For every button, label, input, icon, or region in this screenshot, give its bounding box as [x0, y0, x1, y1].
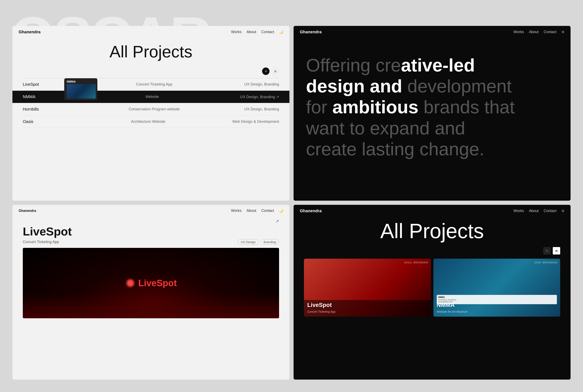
nmma-browser-title: NMMA: [438, 296, 555, 298]
panel3-project-image: LiveSpot: [23, 248, 279, 318]
card-nmma-subtitle: Website for Art Museum: [437, 310, 468, 313]
project-item-nmma[interactable]: NMMA Website UX Design, Branding ↗ NMMA: [13, 91, 289, 103]
list-view-toggle[interactable]: ≡: [262, 68, 270, 75]
panel4-nav-works[interactable]: Works: [513, 209, 524, 213]
card-livespot-subtitle: Concert Ticketing App: [307, 310, 335, 313]
projects-card-grid: UI/UX, BRANDING LiveSpot Concert Ticketi…: [304, 259, 560, 316]
panel3-nav: Ghanendra Works About Contact 🌙: [13, 205, 289, 216]
panel2-nav-about[interactable]: About: [529, 30, 539, 34]
project-item-oasis[interactable]: Oasis Architecture Website Web Design & …: [23, 116, 279, 128]
tooltip-image: [67, 84, 96, 98]
panel1-logo: Ghanendra: [19, 30, 41, 34]
panel2-nav-links: Works About Contact ⚙: [513, 30, 564, 34]
tooltip-title: NMMA: [67, 80, 95, 83]
project-item-livespot[interactable]: LiveSpot Concert Ticketing App UX Design…: [23, 78, 279, 91]
project-name: NMMA: [23, 94, 64, 99]
panel2-logo: Ghanendra: [300, 30, 322, 34]
panel4-nav: Ghanendra Works About Contact ⚙: [294, 205, 570, 217]
project-name: Hornbills: [23, 107, 64, 112]
panel3-theme-icon[interactable]: 🌙: [279, 209, 283, 213]
panel1-content: All Projects ≡ ⊞ LiveSpot Concert Ticket…: [13, 38, 289, 128]
panel1-theme-icon[interactable]: 🌙: [279, 30, 283, 34]
panel3-project-subtitle: Concert Ticketing App: [23, 240, 59, 244]
panel1-title: All Projects: [23, 42, 279, 61]
panel4-theme-icon[interactable]: ⚙: [561, 209, 564, 213]
panel3-nav-links: Works About Contact 🌙: [231, 208, 283, 213]
panel1-nav-contact[interactable]: Contact: [261, 30, 274, 34]
card-livespot-title: LiveSpot: [307, 302, 332, 308]
project-list: LiveSpot Concert Ticketing App UX Design…: [23, 78, 279, 128]
external-link-icon[interactable]: ↗: [23, 219, 279, 224]
panel4-logo: Ghanendra: [300, 208, 322, 213]
dark-grid-view-toggle[interactable]: ⊞: [553, 247, 560, 254]
livespot-logo-text: LiveSpot: [138, 278, 177, 288]
panel3-logo: Ghanendra: [19, 209, 36, 213]
panel1-nav-works[interactable]: Works: [231, 30, 242, 34]
panel1-nav-about[interactable]: About: [247, 30, 256, 34]
panel3-nav-contact[interactable]: Contact: [261, 208, 274, 213]
panel2-nav-contact[interactable]: Contact: [544, 30, 556, 34]
panel4-nav-links: Works About Contact ⚙: [513, 209, 564, 213]
panel4-content: All Projects ≡ ⊞ UI/UX, BRANDING LiveSpo…: [294, 217, 570, 319]
panel-hero-dark: Ghanendra Works About Contact ⚙ Offering…: [294, 26, 570, 201]
panel3-nav-about[interactable]: About: [247, 208, 256, 213]
panel2-theme-icon[interactable]: ⚙: [561, 30, 564, 34]
panel-livespot-detail-light: Ghanendra Works About Contact 🌙 ↗ LiveSp…: [13, 205, 289, 380]
project-name: Oasis: [23, 119, 64, 124]
panel2-nav: Ghanendra Works About Contact ⚙: [294, 26, 570, 38]
project-tags: UX Design, Branding ↗: [240, 95, 279, 99]
project-name: LiveSpot: [23, 82, 64, 87]
livespot-brand-logo: LiveSpot: [125, 278, 177, 288]
panel3-nav-works[interactable]: Works: [231, 208, 242, 213]
livespot-icon: [125, 278, 136, 288]
panel3-project-title: LiveSpot: [23, 225, 279, 238]
panel4-nav-contact[interactable]: Contact: [544, 209, 556, 213]
panel3-subtitle-row: Concert Ticketing App UX Design Branding: [23, 239, 279, 245]
project-tags: Web Design & Development: [232, 120, 279, 124]
panel-projects-list-light: Ghanendra Works About Contact 🌙 All Proj…: [13, 26, 289, 201]
panel3-content: ↗ LiveSpot Concert Ticketing App UX Desi…: [13, 216, 289, 320]
crowd-overlay: [23, 294, 279, 318]
grid-view-toggle[interactable]: ⊞: [272, 68, 279, 75]
card-livespot-tag: UI/UX, BRANDING: [404, 261, 428, 264]
panel1-view-toggles: ≡ ⊞: [23, 68, 279, 75]
project-tags: UX Design, Branding: [244, 82, 279, 86]
nmma-browser-subtitle: NATIONAL MUSEUMof MODERN ART: [438, 299, 555, 303]
tag-branding: Branding: [260, 239, 279, 245]
tooltip-card: NMMA: [64, 78, 97, 100]
panel3-tag-pills: UX Design Branding: [238, 239, 279, 245]
card-livespot[interactable]: UI/UX, BRANDING LiveSpot Concert Ticketi…: [304, 259, 431, 316]
panel1-nav: Ghanendra Works About Contact 🌙: [13, 26, 289, 38]
card-nmma-title: NMMA: [437, 302, 455, 308]
card-nmma-tag: UI/UI, BRANDING: [534, 261, 558, 264]
card-nmma[interactable]: UI/UI, BRANDING NMMA NATIONAL MUSEUMof M…: [433, 259, 560, 316]
panel4-view-toggles: ≡ ⊞: [304, 247, 560, 254]
dark-list-view-toggle[interactable]: ≡: [543, 247, 551, 254]
panel2-hero-text: Offering creative-led design and develop…: [294, 38, 570, 160]
project-type: Conservation Program website: [64, 107, 244, 112]
tag-ux-design: UX Design: [238, 239, 259, 245]
panel1-nav-links: Works About Contact 🌙: [231, 30, 283, 34]
panel-projects-grid-dark: Ghanendra Works About Contact ⚙ All Proj…: [294, 205, 570, 380]
panel4-title: All Projects: [304, 219, 560, 243]
project-tags: UX Design, Branding: [244, 107, 279, 112]
project-type: Architecture Website: [64, 120, 232, 124]
panels-grid: Ghanendra Works About Contact 🌙 All Proj…: [13, 26, 570, 380]
panel2-nav-works[interactable]: Works: [513, 30, 524, 34]
panel4-nav-about[interactable]: About: [529, 209, 539, 213]
project-item-hornbills[interactable]: Hornbills Conservation Program website U…: [23, 103, 279, 116]
